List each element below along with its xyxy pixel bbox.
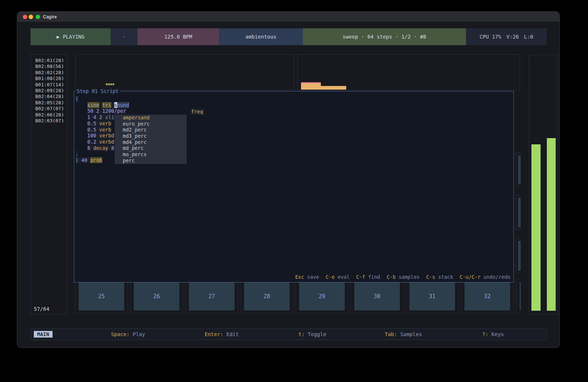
pattern-lane-panel-right bbox=[297, 54, 520, 90]
shortcut-label: find bbox=[365, 274, 380, 280]
code-token: 40 bbox=[81, 157, 87, 163]
sample-list-item[interactable]: B01:07(14) bbox=[35, 82, 64, 88]
key-hint-label: Toggle bbox=[305, 331, 326, 337]
dropdown-item[interactable]: md3_perc bbox=[115, 133, 187, 139]
code-token: 8 bbox=[111, 145, 114, 151]
shortcut-hint: C-s stack bbox=[426, 274, 453, 280]
code-token: { bbox=[75, 96, 78, 102]
shortcut-hint: C-e eval bbox=[326, 274, 349, 280]
key-hint-label: Edit bbox=[223, 331, 239, 337]
sample-list-item[interactable]: B02:06(28) bbox=[35, 112, 64, 118]
level-meter-right bbox=[547, 138, 556, 311]
mode-badge: MAIN bbox=[34, 331, 53, 338]
key-hint: Tab: Samples bbox=[385, 331, 422, 337]
shortcut-key: C-b bbox=[387, 274, 395, 280]
key-hint: ?: Keys bbox=[482, 331, 504, 337]
key-hint-key: Space: bbox=[111, 331, 130, 337]
code-line-text: 0.5 verb bbox=[87, 127, 111, 133]
sample-list-item[interactable]: B02:01(28) bbox=[35, 58, 64, 64]
dropdown-item[interactable]: ampersand bbox=[115, 115, 187, 121]
code-token: 1 4 2 bbox=[87, 114, 103, 120]
level-meter-panel bbox=[529, 55, 557, 314]
code-token: sine bbox=[87, 102, 100, 108]
dropdown-item[interactable]: md_perc bbox=[115, 145, 187, 151]
shortcut-hint: C-b samples bbox=[387, 274, 419, 280]
key-hint-label: Keys bbox=[488, 331, 504, 337]
code-line-text: 0.2 verbd bbox=[87, 139, 114, 145]
dropdown-item[interactable]: euro_perc bbox=[115, 121, 187, 127]
dropdown-item[interactable]: md2_perc bbox=[115, 127, 187, 133]
code-token bbox=[96, 133, 99, 138]
code-line-text: } 40 prob bbox=[75, 157, 102, 163]
bpm-display: 125.0 BPM bbox=[137, 28, 219, 45]
code-indent bbox=[75, 102, 87, 108]
key-hint-label: Play bbox=[130, 331, 145, 337]
code-token bbox=[96, 127, 99, 133]
step-cell[interactable]: 29 bbox=[299, 282, 345, 310]
key-hint-key: Enter: bbox=[205, 331, 223, 337]
sample-list-item[interactable]: B02:02(28) bbox=[35, 70, 64, 76]
sample-list-item[interactable]: B02:04(28) bbox=[35, 94, 64, 100]
code-token: verbd bbox=[99, 133, 114, 138]
shortcut-label: undo/redo bbox=[481, 274, 510, 280]
zoom-button[interactable] bbox=[36, 15, 40, 19]
step-cell[interactable]: 27 bbox=[189, 282, 234, 310]
shortcut-key: Esc bbox=[295, 274, 304, 280]
sample-list-item[interactable]: B02:08(56) bbox=[35, 64, 64, 69]
step-cell-box: 28 bbox=[240, 279, 293, 313]
code-line[interactable]: 50 2 1200/per bbox=[75, 108, 129, 114]
dropdown-item[interactable]: md4_perc bbox=[115, 139, 187, 145]
close-button[interactable] bbox=[23, 15, 27, 19]
grid-cell-partial bbox=[516, 153, 521, 187]
key-hint: Space: Play bbox=[111, 331, 145, 337]
desktop: Cagire ▶ PLAYING · 125.0 BPM ambientous … bbox=[0, 0, 588, 382]
minimize-button[interactable] bbox=[29, 15, 33, 19]
step-cell[interactable]: 30 bbox=[354, 282, 400, 310]
shortcut-label: save bbox=[304, 274, 319, 280]
app-window: Cagire ▶ PLAYING · 125.0 BPM ambientous … bbox=[17, 11, 560, 348]
code-token bbox=[111, 102, 114, 108]
code-line[interactable]: { bbox=[75, 96, 129, 102]
code-token: 0.5 bbox=[87, 120, 96, 126]
step-cell[interactable]: 26 bbox=[134, 282, 179, 310]
titlebar: Cagire bbox=[17, 12, 559, 22]
sample-list-item[interactable]: B01:08(28) bbox=[35, 76, 64, 82]
editor-title: Step 01 Script bbox=[76, 88, 120, 94]
dropdown-item[interactable]: perc bbox=[115, 158, 187, 164]
playhead-dots bbox=[106, 83, 114, 85]
code-token: } bbox=[75, 157, 78, 163]
step-counter: 57/64 bbox=[34, 306, 49, 312]
code-indent bbox=[75, 108, 87, 114]
sample-list-item[interactable]: B02:09(28) bbox=[35, 88, 64, 94]
code-token: verb bbox=[99, 127, 111, 133]
sample-list: B02:01(28)B02:08(56)B02:02(28)B01:08(28)… bbox=[35, 58, 64, 124]
editor-shortcuts: Esc saveC-e evalC-f findC-b samplesC-s s… bbox=[295, 274, 510, 280]
pattern-info: sweep · 64 steps · 1/2 · #8 bbox=[303, 28, 466, 45]
code-line[interactable]: sine tri sound bbox=[75, 102, 129, 108]
sample-list-item[interactable]: B02:05(28) bbox=[35, 100, 64, 106]
step-cell-box bbox=[516, 279, 521, 313]
step-row: 2526272829303132 bbox=[75, 279, 521, 313]
sample-list-item[interactable]: B02:07(07) bbox=[35, 106, 64, 112]
window-title: Cagire bbox=[43, 14, 57, 19]
transport-status: ▶ PLAYING bbox=[31, 28, 111, 45]
step-cell-box: 30 bbox=[351, 279, 404, 313]
autocomplete-dropdown: ampersandeuro_percmd2_percmd3_percmd4_pe… bbox=[115, 115, 187, 164]
code-line-text: 100 verbd bbox=[87, 133, 114, 138]
code-line-text: 8 decay 8 bbox=[87, 145, 114, 151]
dropdown-item[interactable]: mo_percs bbox=[115, 151, 187, 158]
code-token: verbd bbox=[99, 139, 114, 145]
step-script-editor[interactable]: Step 01 Script { sine tri sound 50 2 120… bbox=[74, 91, 514, 282]
code-indent bbox=[75, 120, 87, 126]
key-hint: t: Toggle bbox=[298, 331, 326, 337]
step-cell[interactable] bbox=[520, 282, 521, 310]
step-cell[interactable]: 31 bbox=[409, 282, 455, 310]
code-line-text: { bbox=[75, 96, 78, 102]
step-cell[interactable]: 28 bbox=[244, 282, 290, 310]
key-hint-key: t: bbox=[298, 331, 305, 337]
sample-list-item[interactable]: B02:03(07) bbox=[35, 118, 64, 124]
step-cell[interactable]: 25 bbox=[79, 282, 124, 310]
code-token: decay bbox=[93, 145, 108, 151]
code-token bbox=[99, 102, 102, 108]
step-cell[interactable]: 32 bbox=[465, 282, 510, 310]
